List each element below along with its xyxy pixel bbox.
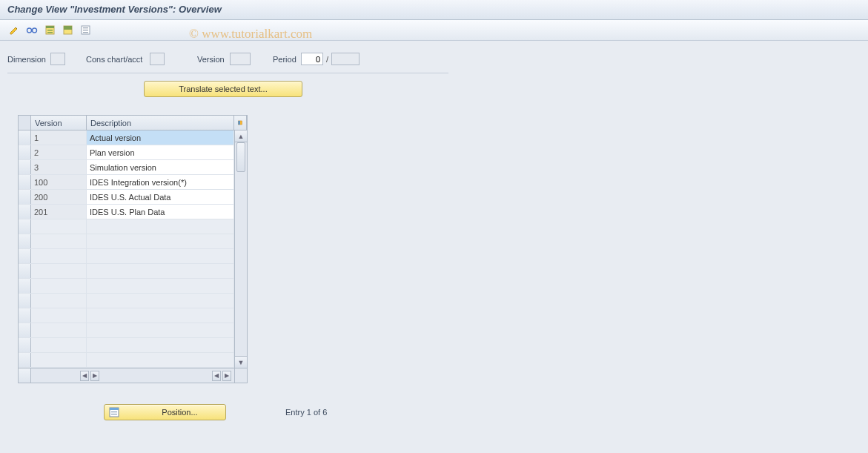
table-config-icon[interactable] bbox=[234, 116, 247, 130]
cell-description[interactable] bbox=[87, 308, 234, 323]
title-text: Change View "Investment Versions": Overv… bbox=[7, 4, 222, 15]
row-selector[interactable] bbox=[19, 219, 31, 234]
cell-description[interactable]: IDES U.S. Actual Data bbox=[87, 190, 234, 204]
row-selector[interactable] bbox=[19, 130, 31, 145]
cons-chart-field[interactable] bbox=[150, 53, 165, 65]
table-row[interactable]: 100IDES Integration version(*) bbox=[19, 175, 234, 190]
cell-version[interactable]: 100 bbox=[31, 175, 87, 189]
row-selector[interactable] bbox=[19, 338, 31, 352]
svg-rect-13 bbox=[238, 121, 239, 125]
row-selector[interactable] bbox=[19, 160, 31, 174]
other-view-icon[interactable] bbox=[24, 23, 40, 38]
cell-description[interactable]: Actual version bbox=[87, 130, 234, 145]
hscroll-right2-icon[interactable]: ▶ bbox=[222, 371, 231, 381]
cell-description[interactable]: IDES Integration version(*) bbox=[87, 175, 234, 189]
cell-description[interactable]: Plan version bbox=[87, 145, 234, 159]
cell-description[interactable]: IDES U.S. Plan Data bbox=[87, 205, 234, 219]
row-selector[interactable] bbox=[19, 264, 31, 278]
table-row[interactable] bbox=[19, 219, 234, 234]
change-display-toggle-icon[interactable] bbox=[6, 23, 22, 38]
cell-description[interactable] bbox=[87, 294, 234, 308]
table-body: 1Actual version2Plan version3Simulation … bbox=[19, 130, 247, 368]
translate-selected-text-button[interactable]: Translate selected text... bbox=[144, 81, 302, 97]
scroll-track[interactable] bbox=[235, 142, 247, 356]
cell-description[interactable] bbox=[87, 264, 234, 278]
hscroll-right-icon[interactable]: ▶ bbox=[90, 371, 99, 381]
parameter-area: Dimension Cons chart/acct Version Period… bbox=[0, 41, 868, 428]
period-field[interactable] bbox=[301, 53, 323, 65]
svg-rect-5 bbox=[47, 32, 53, 33]
table-row[interactable] bbox=[19, 323, 234, 338]
cell-version[interactable] bbox=[31, 353, 87, 367]
select-all-icon[interactable] bbox=[42, 23, 58, 38]
row-selector[interactable] bbox=[19, 353, 31, 367]
cell-description[interactable] bbox=[87, 219, 234, 234]
svg-rect-17 bbox=[111, 414, 117, 414]
row-selector[interactable] bbox=[19, 294, 31, 308]
cell-description[interactable] bbox=[87, 338, 234, 352]
hscroll-left-icon[interactable]: ◀ bbox=[80, 371, 89, 381]
scroll-up-icon[interactable]: ▲ bbox=[235, 130, 247, 142]
table-vertical-scrollbar[interactable]: ▲ ▼ bbox=[234, 130, 247, 368]
table-row[interactable] bbox=[19, 264, 234, 279]
table-row[interactable] bbox=[19, 308, 234, 323]
cell-description[interactable]: Simulation version bbox=[87, 160, 234, 174]
cell-description[interactable] bbox=[87, 249, 234, 263]
cell-version[interactable] bbox=[31, 308, 87, 323]
column-selector[interactable] bbox=[19, 116, 31, 130]
row-selector[interactable] bbox=[19, 234, 31, 248]
row-selector[interactable] bbox=[19, 175, 31, 189]
table-row[interactable]: 200IDES U.S. Actual Data bbox=[19, 190, 234, 205]
period-year-field[interactable] bbox=[331, 53, 360, 65]
table-row[interactable]: 2Plan version bbox=[19, 145, 234, 160]
cell-version[interactable] bbox=[31, 323, 87, 337]
select-block-icon[interactable] bbox=[59, 23, 76, 38]
cell-version[interactable]: 2 bbox=[31, 145, 87, 159]
cell-version[interactable] bbox=[31, 219, 87, 234]
scroll-thumb[interactable] bbox=[236, 142, 245, 172]
column-version[interactable]: Version bbox=[31, 116, 87, 130]
table-row[interactable]: 201IDES U.S. Plan Data bbox=[19, 205, 234, 219]
row-selector[interactable] bbox=[19, 249, 31, 263]
scroll-down-icon[interactable]: ▼ bbox=[235, 356, 247, 368]
cell-description[interactable] bbox=[87, 279, 234, 293]
cell-version[interactable] bbox=[31, 294, 87, 308]
table-row[interactable] bbox=[19, 234, 234, 249]
row-selector[interactable] bbox=[19, 145, 31, 159]
cell-version[interactable] bbox=[31, 264, 87, 278]
cell-version[interactable] bbox=[31, 338, 87, 352]
svg-rect-15 bbox=[110, 408, 119, 410]
table-row[interactable] bbox=[19, 353, 234, 368]
cell-version[interactable] bbox=[31, 234, 87, 248]
table-row[interactable] bbox=[19, 249, 234, 264]
dimension-field[interactable] bbox=[50, 53, 65, 65]
table-row[interactable] bbox=[19, 338, 234, 353]
cell-version[interactable] bbox=[31, 249, 87, 263]
version-field[interactable] bbox=[230, 53, 251, 65]
application-toolbar bbox=[0, 20, 868, 41]
cell-description[interactable] bbox=[87, 323, 234, 337]
cell-version[interactable] bbox=[31, 279, 87, 293]
row-selector[interactable] bbox=[19, 205, 31, 219]
column-description[interactable]: Description bbox=[87, 116, 234, 130]
hscroll-left2-icon[interactable]: ◀ bbox=[212, 371, 221, 381]
cell-description[interactable] bbox=[87, 234, 234, 248]
cell-version[interactable]: 1 bbox=[31, 130, 87, 145]
table-row[interactable] bbox=[19, 294, 234, 308]
translate-button-label: Translate selected text... bbox=[179, 85, 267, 93]
position-button[interactable]: Position... bbox=[104, 404, 226, 420]
cell-version[interactable]: 200 bbox=[31, 190, 87, 204]
cell-version[interactable]: 201 bbox=[31, 205, 87, 219]
row-selector[interactable] bbox=[19, 190, 31, 204]
table-row[interactable] bbox=[19, 279, 234, 294]
row-selector[interactable] bbox=[19, 323, 31, 337]
table-row[interactable]: 3Simulation version bbox=[19, 160, 234, 175]
table-row[interactable]: 1Actual version bbox=[19, 130, 234, 145]
cell-description[interactable] bbox=[87, 353, 234, 367]
period-label: Period bbox=[273, 55, 301, 64]
row-selector[interactable] bbox=[19, 279, 31, 293]
svg-rect-10 bbox=[83, 30, 88, 30]
deselect-all-icon[interactable] bbox=[77, 23, 93, 38]
row-selector[interactable] bbox=[19, 308, 31, 323]
cell-version[interactable]: 3 bbox=[31, 160, 87, 174]
